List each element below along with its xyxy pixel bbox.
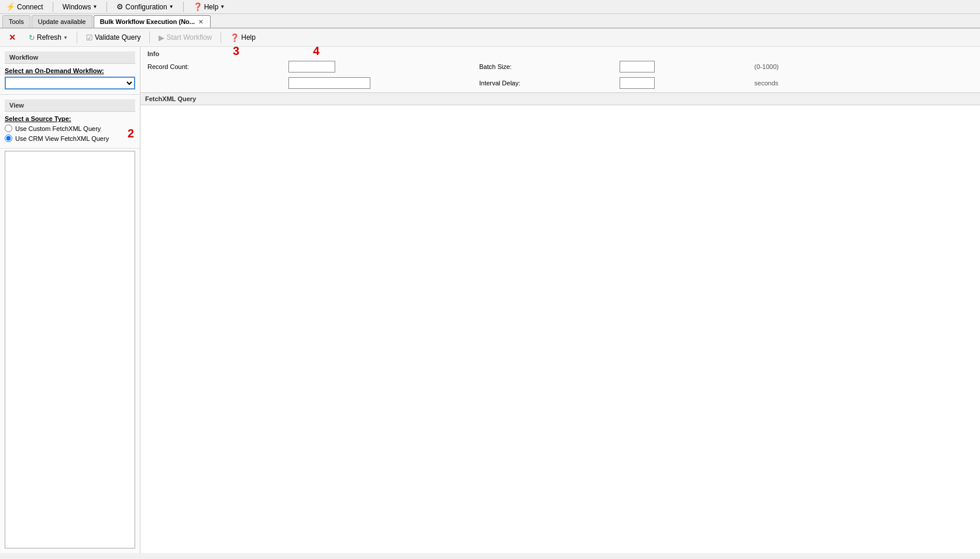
select-workflow-label: Select an On-Demand Workflow: (5, 67, 135, 74)
radio-custom-fetchxml[interactable]: Use Custom FetchXML Query (5, 125, 135, 132)
radio-group: Use Custom FetchXML Query Use CRM View F… (5, 125, 135, 142)
tab-bar: Tools Update available Bulk Workflow Exe… (0, 14, 980, 29)
batch-size-input[interactable] (620, 61, 655, 73)
fetchxml-content[interactable] (140, 105, 980, 553)
tab-update-label: Update available (38, 18, 86, 25)
right-panel: Info Record Count: Batch Size: (0-1000) … (140, 47, 980, 553)
interval-delay-label: Interval Delay: (479, 80, 615, 87)
menu-sep-2 (106, 2, 107, 12)
interval-delay-input[interactable] (620, 77, 655, 89)
start-workflow-button[interactable]: ▶ Start Workflow (153, 31, 217, 44)
info-header: Info (147, 50, 973, 57)
menu-sep-3 (183, 2, 184, 12)
tab-bulk-workflow-close[interactable]: ✕ (197, 19, 204, 25)
start-workflow-label: Start Workflow (166, 33, 212, 42)
refresh-dropdown-arrow: ▼ (63, 35, 68, 40)
help-toolbar-icon: ❓ (230, 33, 239, 42)
refresh-icon: ↻ (29, 33, 35, 42)
validate-query-button[interactable]: ☑ Validate Query (81, 31, 146, 44)
tab-tools-label: Tools (9, 18, 24, 25)
info-section: Info Record Count: Batch Size: (0-1000) … (140, 47, 980, 93)
validate-input[interactable] (288, 77, 370, 89)
workflow-section-header: Workflow (5, 51, 135, 64)
windows-dropdown-arrow: ▼ (92, 4, 97, 9)
windows-menu[interactable]: Windows ▼ (59, 2, 101, 12)
view-section: View Select a Source Type: Use Custom Fe… (0, 95, 140, 149)
radio-crm-view[interactable]: Use CRM View FetchXML Query (5, 134, 135, 142)
close-button[interactable]: ✕ (4, 30, 21, 44)
toolbar-sep-2 (149, 32, 150, 43)
connect-icon: ⚡ (6, 2, 15, 11)
menu-sep-1 (53, 2, 53, 12)
connect-label: Connect (17, 3, 43, 11)
radio-crm-input[interactable] (5, 134, 12, 142)
windows-label: Windows (63, 3, 91, 11)
tab-update[interactable]: Update available (32, 15, 92, 27)
help-icon: ❓ (193, 2, 202, 11)
close-icon: ✕ (9, 33, 16, 42)
select-source-label: Select a Source Type: (5, 115, 135, 122)
tab-bulk-workflow-label: Bulk Workflow Execution (No... (100, 18, 195, 25)
refresh-label: Refresh (37, 33, 61, 42)
tab-bulk-workflow[interactable]: Bulk Workflow Execution (No... ✕ (94, 15, 211, 27)
validate-icon: ☑ (86, 33, 93, 42)
record-count-input[interactable] (288, 61, 335, 73)
main-content: Workflow Select an On-Demand Workflow: 1… (0, 47, 980, 553)
radio-custom-input[interactable] (5, 125, 12, 132)
workflow-select-row: 1 (5, 77, 135, 89)
workflow-section: Workflow Select an On-Demand Workflow: 1 (0, 47, 140, 95)
radio-crm-label: Use CRM View FetchXML Query (15, 135, 109, 142)
help-button[interactable]: ❓ Help (225, 31, 261, 44)
configuration-menu[interactable]: ⚙ Configuration ▼ (113, 1, 177, 12)
seconds-label: seconds (754, 80, 874, 87)
record-count-label: Record Count: (147, 63, 284, 70)
workflow-select[interactable] (5, 77, 135, 89)
configuration-label: Configuration (125, 3, 167, 11)
info-grid: Record Count: Batch Size: (0-1000) Inter… (147, 61, 973, 89)
validate-query-label: Validate Query (95, 33, 141, 42)
toolbar-sep-3 (221, 32, 221, 43)
tab-tools[interactable]: Tools (2, 15, 30, 27)
fetchxml-header: FetchXML Query (140, 93, 980, 105)
help-toolbar-label: Help (241, 33, 256, 42)
toolbar-sep-1 (77, 32, 77, 43)
help-menu[interactable]: ❓ Help ▼ (190, 1, 229, 12)
batch-size-hint: (0-1000) (754, 63, 874, 70)
fetchxml-section: FetchXML Query (140, 93, 980, 553)
menu-bar: ⚡ Connect Windows ▼ ⚙ Configuration ▼ ❓ … (0, 0, 980, 14)
configuration-icon: ⚙ (116, 2, 123, 11)
radio-custom-label: Use Custom FetchXML Query (15, 125, 101, 132)
help-dropdown-arrow: ▼ (220, 4, 225, 9)
refresh-button[interactable]: ↻ Refresh ▼ (23, 31, 73, 44)
view-section-header: View (5, 99, 135, 112)
start-workflow-icon: ▶ (159, 33, 164, 42)
configuration-dropdown-arrow: ▼ (169, 4, 174, 9)
toolbar: ✕ ↻ Refresh ▼ ☑ Validate Query ▶ Start W… (0, 29, 980, 47)
help-label: Help (204, 3, 219, 11)
view-listbox[interactable] (5, 151, 135, 548)
left-panel: Workflow Select an On-Demand Workflow: 1… (0, 47, 140, 553)
connect-menu[interactable]: ⚡ Connect (2, 1, 47, 12)
batch-size-label: Batch Size: (479, 63, 615, 70)
